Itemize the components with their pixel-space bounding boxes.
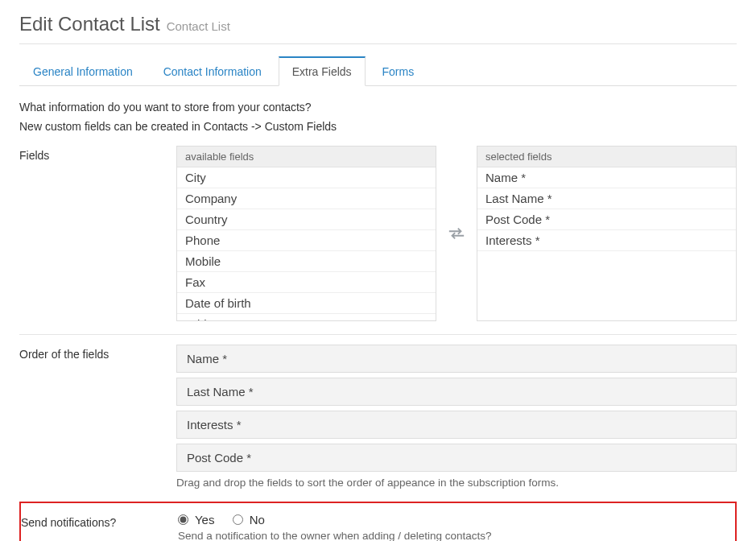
available-fields-header: available fields [177,147,436,167]
notify-label: Send notifications? [21,513,178,529]
swap-arrows-icon[interactable] [448,146,465,321]
order-hint: Drag and drop the fields to sort the ord… [176,477,737,489]
list-item[interactable]: Country [177,209,436,230]
order-item[interactable]: Interests * [176,411,737,439]
tab-contact-information[interactable]: Contact Information [150,57,275,85]
notify-no-option[interactable]: No [233,513,265,527]
divider [19,334,737,335]
tab-general-information[interactable]: General Information [19,57,147,85]
notify-yes-radio[interactable] [178,514,188,525]
order-list: Name * Last Name * Interests * Post Code… [176,345,737,472]
list-item[interactable]: Company [177,188,436,209]
order-item[interactable]: Post Code * [176,444,737,472]
selected-fields-box: selected fields Name * Last Name * Post … [477,146,737,321]
list-item[interactable]: Last Name * [477,188,736,209]
nav-tabs: General Information Contact Information … [19,56,737,86]
list-item[interactable]: Post Code * [477,209,736,230]
tab-forms[interactable]: Forms [369,57,428,85]
selected-fields-header: selected fields [477,147,736,167]
notify-hint: Send a notification to the owner when ad… [178,530,735,541]
list-item[interactable]: Interests * [477,230,736,251]
custom-fields-hint: New custom fields can be created in Cont… [19,120,737,133]
available-fields-box: available fields City Company Country Ph… [176,146,436,321]
list-item[interactable]: Name * [477,167,736,188]
order-label: Order of the fields [19,345,176,361]
order-item[interactable]: Last Name * [176,378,737,406]
notify-yes-label: Yes [195,513,214,527]
list-item[interactable]: City [177,167,436,188]
intro-text: What information do you want to store fr… [19,101,737,114]
list-item[interactable]: Date of birth [177,293,436,314]
notify-section: Send notifications? Yes No Send a notifi… [19,502,737,541]
available-fields-list[interactable]: City Company Country Phone Mobile Fax Da… [177,167,436,320]
notify-no-radio[interactable] [233,514,243,525]
list-item[interactable]: Address [177,314,436,320]
list-item[interactable]: Fax [177,272,436,293]
notify-yes-option[interactable]: Yes [178,513,218,527]
page-header: Edit Contact List Contact List [19,8,737,44]
page-title: Edit Contact List [19,13,160,35]
list-item[interactable]: Phone [177,230,436,251]
list-item[interactable]: Mobile [177,251,436,272]
page-subtitle: Contact List [167,19,230,33]
tab-extra-fields[interactable]: Extra Fields [279,56,366,86]
fields-label: Fields [19,146,176,162]
order-item[interactable]: Name * [176,345,737,373]
notify-no-label: No [250,513,265,527]
selected-fields-list[interactable]: Name * Last Name * Post Code * Interests… [477,167,736,320]
